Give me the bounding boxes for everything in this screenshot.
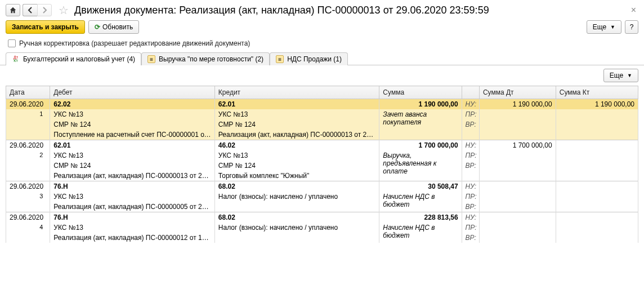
home-button[interactable] (6, 4, 20, 16)
dtkt-icon: ДтКт (12, 55, 20, 63)
forward-button[interactable] (37, 4, 52, 16)
tab-vat-sales[interactable]: ≡ НДС Продажи (1) (270, 52, 348, 65)
tab-accounting[interactable]: ДтКт Бухгалтерский и налоговый учет (4) (6, 52, 141, 65)
register-icon: ≡ (147, 55, 155, 63)
table-row[interactable]: Реализация (акт, накладная) ПС-00000005 … (6, 202, 638, 212)
col-sum[interactable]: Сумма (379, 86, 462, 99)
col-sumkt[interactable]: Сумма Кт (556, 86, 638, 99)
movements-table: Дата Дебет Кредит Сумма Сумма Дт Сумма К… (6, 86, 638, 243)
table-row[interactable]: СМР № 124СМР № 124ВР: (6, 119, 638, 130)
favorite-star-icon[interactable]: ☆ (59, 3, 69, 17)
chevron-down-icon: ▼ (610, 24, 615, 30)
manual-edit-checkbox[interactable] (8, 39, 16, 47)
close-button[interactable]: × (629, 5, 638, 15)
table-row[interactable]: 29.06.202076.Н68.0230 508,47НУ: (6, 181, 638, 192)
table-row[interactable]: 29.06.202062.0262.011 190 000,00НУ:1 190… (6, 99, 638, 110)
more-button-grid[interactable]: Еще▼ (603, 69, 638, 82)
table-row[interactable]: 4УКС №13Налог (взносы): начислено / упла… (6, 223, 638, 233)
table-row[interactable]: Реализация (акт, накладная) ПС-00000013 … (6, 171, 638, 181)
page-title: Движения документа: Реализация (акт, нак… (74, 5, 489, 16)
more-button-top[interactable]: Еще▼ (587, 20, 621, 34)
help-button[interactable]: ? (625, 20, 638, 34)
table-row[interactable]: 3УКС №13Налог (взносы): начислено / упла… (6, 192, 638, 202)
col-date[interactable]: Дата (6, 86, 50, 99)
table-row[interactable]: 2УКС №13УКС №13Выручка, предъявленная к … (6, 150, 638, 161)
table-row[interactable]: 29.06.202062.0146.021 700 000,00НУ:1 700… (6, 140, 638, 151)
table-row[interactable]: 1УКС №13УКС №13Зачет аванса покупателяПР… (6, 109, 638, 119)
table-row[interactable]: Реализация (акт, накладная) ПС-00000012 … (6, 233, 638, 243)
col-credit[interactable]: Кредит (214, 86, 379, 99)
table-row[interactable]: СМР № 124СМР № 124ВР: (6, 161, 638, 171)
register-icon: ≡ (276, 55, 284, 63)
manual-edit-label: Ручная корректировка (разрешает редактир… (19, 39, 250, 47)
col-empty (462, 86, 479, 99)
back-button[interactable] (23, 4, 37, 16)
table-row[interactable]: Поступление на расчетный счет ПС-0000000… (6, 130, 638, 140)
refresh-button[interactable]: ⟳ Обновить (88, 20, 139, 34)
col-debit[interactable]: Дебет (50, 86, 215, 99)
col-sumdt[interactable]: Сумма Дт (479, 86, 556, 99)
chevron-down-icon: ▼ (627, 73, 632, 78)
refresh-icon: ⟳ (95, 23, 100, 31)
tab-revenue[interactable]: ≡ Выручка "по мере готовности" (2) (141, 52, 270, 65)
table-row[interactable]: 29.06.202076.Н68.02228 813,56НУ: (6, 212, 638, 223)
save-and-close-button[interactable]: Записать и закрыть (6, 20, 85, 34)
